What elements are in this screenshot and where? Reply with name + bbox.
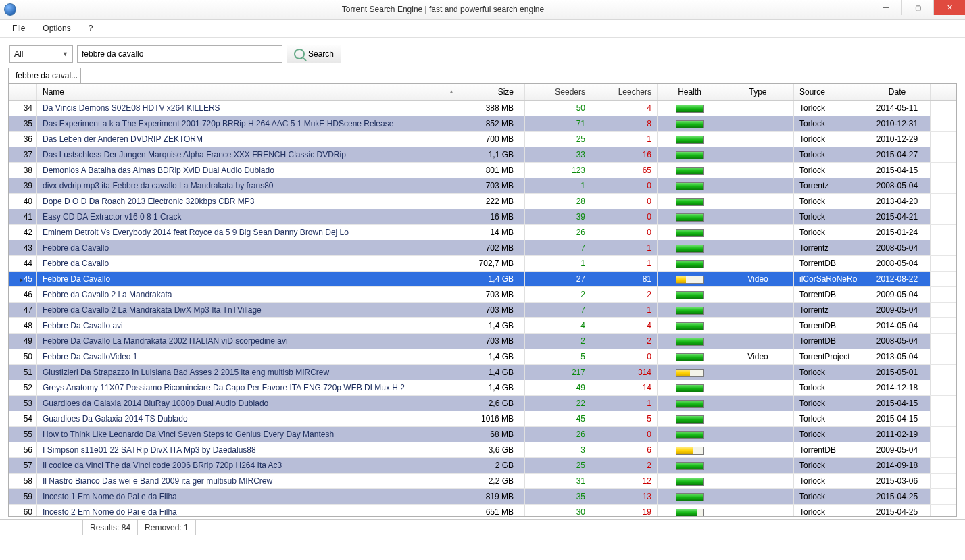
search-input[interactable]: febbre da cavallo [77, 45, 282, 63]
maximize-button[interactable] [901, 0, 933, 15]
table-row[interactable]: 59Incesto 1 Em Nome do Pai e da Filha819… [9, 489, 956, 505]
table-row[interactable]: 39divx dvdrip mp3 ita Febbre da cavallo … [9, 178, 956, 194]
cell-seeders: 71 [525, 116, 591, 131]
cell-date: 2015-04-15 [864, 396, 931, 411]
cell-index: 59 [9, 489, 37, 504]
cell-date: 2011-02-19 [864, 427, 931, 442]
cell-leechers: 65 [591, 163, 658, 178]
cell-seeders: 7 [525, 303, 591, 317]
cell-seeders: 49 [525, 380, 591, 395]
col-health[interactable]: Health [658, 84, 722, 100]
cell-size: 2 GB [460, 458, 525, 473]
cell-source: TorrentDB [794, 256, 864, 271]
table-row[interactable]: 40Dope D O D Da Roach 2013 Electronic 32… [9, 194, 956, 209]
col-name[interactable]: Name ▲ [37, 84, 460, 100]
col-date[interactable]: Date [864, 84, 931, 100]
table-row[interactable]: 46Febbre da Cavallo 2 La Mandrakata703 M… [9, 287, 956, 303]
close-button[interactable] [933, 0, 965, 15]
results-tab[interactable]: febbre da caval... [8, 68, 81, 83]
col-type[interactable]: Type [722, 84, 794, 100]
col-seeders[interactable]: Seeders [525, 84, 591, 100]
table-row[interactable]: 35Das Experiment a k a The Experiment 20… [9, 116, 956, 132]
table-row[interactable]: 38Demonios A Batalha das Almas BDRip Xvi… [9, 163, 956, 178]
table-row[interactable]: 43Febbre da Cavallo702 MB71Torrentz2008-… [9, 240, 956, 256]
cell-source: Torlock [794, 101, 864, 116]
cell-health [658, 458, 722, 473]
cell-name: Febbre Da Cavallo La Mandrakata 2002 ITA… [37, 334, 460, 349]
cell-size: 703 MB [460, 178, 525, 193]
cell-health [658, 116, 722, 131]
cell-type [722, 411, 794, 426]
cell-type: Video [722, 349, 794, 364]
table-row[interactable]: 58Il Nastro Bianco Das wei e Band 2009 i… [9, 474, 956, 489]
title-bar: Torrent Search Engine | fast and powerfu… [0, 0, 965, 20]
table-row[interactable]: 57Il codice da Vinci The da Vinci code 2… [9, 458, 956, 474]
cell-source: Torlock [794, 489, 864, 504]
cell-name: Das Lustschloss Der Jungen Marquise Alph… [37, 147, 460, 162]
cell-health [658, 380, 722, 395]
table-row[interactable]: 53Guardioes da Galaxia 2014 BluRay 1080p… [9, 396, 956, 411]
category-value: All [14, 49, 23, 59]
table-row[interactable]: 54Guardioes Da Galaxia 2014 TS Dublado10… [9, 411, 956, 427]
table-row[interactable]: 60Incesto 2 Em Nome do Pai e da Filha651… [9, 505, 956, 517]
cell-leechers: 81 [591, 272, 658, 286]
col-size[interactable]: Size [460, 84, 525, 100]
table-row[interactable]: 44Febbre da Cavallo702,7 MB11TorrentDB20… [9, 256, 956, 272]
cell-type [722, 365, 794, 380]
cell-source: Torlock [794, 116, 864, 131]
cell-type [722, 147, 794, 162]
cell-seeders: 4 [525, 318, 591, 333]
cell-index: 34 [9, 101, 37, 116]
table-row[interactable]: 55How to Think Like Leonardo Da Vinci Se… [9, 427, 956, 442]
search-button[interactable]: Search [287, 45, 341, 63]
table-row[interactable]: 41Easy CD DA Extractor v16 0 8 1 Crack16… [9, 209, 956, 225]
table-row[interactable]: 52Greys Anatomy 11X07 Possiamo Ricominci… [9, 380, 956, 396]
minimize-button[interactable] [870, 0, 901, 15]
cell-seeders: 7 [525, 240, 591, 255]
cell-leechers: 1 [591, 303, 658, 317]
col-index[interactable] [9, 84, 37, 100]
cell-date: 2009-05-04 [864, 287, 931, 302]
search-icon [294, 49, 305, 59]
col-leechers[interactable]: Leechers [591, 84, 658, 100]
menu-file[interactable]: File [8, 21, 29, 36]
table-row[interactable]: 48Febbre Da Cavallo avi1,4 GB44TorrentDB… [9, 318, 956, 334]
cell-date: 2015-03-06 [864, 474, 931, 488]
table-row[interactable]: 49Febbre Da Cavallo La Mandrakata 2002 I… [9, 334, 956, 349]
col-source[interactable]: Source [794, 84, 864, 100]
table-row[interactable]: 34Da Vincis Demons S02E08 HDTV x264 KILL… [9, 101, 956, 116]
table-row[interactable]: 51Giustizieri Da Strapazzo In Luisiana B… [9, 365, 956, 380]
cell-size: 1,4 GB [460, 380, 525, 395]
menu-options[interactable]: Options [39, 21, 74, 36]
cell-health [658, 287, 722, 302]
cell-size: 852 MB [460, 116, 525, 131]
cell-health [658, 474, 722, 488]
table-row[interactable]: 36Das Leben der Anderen DVDRIP ZEKTORM70… [9, 132, 956, 147]
cell-leechers: 0 [591, 209, 658, 224]
cell-name: Il codice da Vinci The da Vinci code 200… [37, 458, 460, 473]
cell-type [722, 505, 794, 517]
cell-leechers: 4 [591, 101, 658, 116]
cell-health [658, 272, 722, 286]
table-row[interactable]: 50Febbre Da CavalloVideo 11,4 GB50VideoT… [9, 349, 956, 365]
cell-seeders: 5 [525, 349, 591, 364]
cell-source: Torlock [794, 458, 864, 473]
table-row[interactable]: ▸45Febbre Da Cavallo1,4 GB2781VideoilCor… [9, 272, 956, 287]
table-row[interactable]: 47Febbre da Cavallo 2 La Mandrakata DivX… [9, 303, 956, 318]
cell-date: 2009-05-04 [864, 303, 931, 317]
cell-index: 38 [9, 163, 37, 178]
table-row[interactable]: 42Eminem Detroit Vs Everybody 2014 feat … [9, 225, 956, 240]
category-dropdown[interactable]: All ▼ [9, 45, 73, 63]
cell-size: 388 MB [460, 101, 525, 116]
table-row[interactable]: 56I Simpson s11e01 22 SATRip DivX ITA Mp… [9, 442, 956, 458]
cell-date: 2014-12-18 [864, 380, 931, 395]
cell-type [722, 380, 794, 395]
cell-name: Febbre da Cavallo 2 La Mandrakata DivX M… [37, 303, 460, 317]
cell-date: 2008-05-04 [864, 334, 931, 349]
table-body[interactable]: 34Da Vincis Demons S02E08 HDTV x264 KILL… [9, 101, 956, 517]
table-row[interactable]: 37Das Lustschloss Der Jungen Marquise Al… [9, 147, 956, 163]
cell-health [658, 489, 722, 504]
cell-source: Torlock [794, 163, 864, 178]
cell-leechers: 0 [591, 194, 658, 209]
menu-help[interactable]: ? [84, 21, 97, 36]
